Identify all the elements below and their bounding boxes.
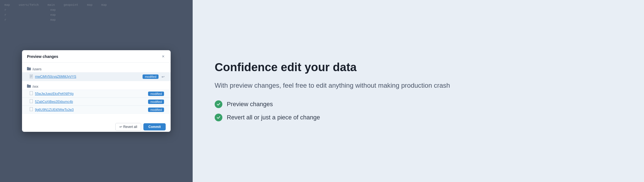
file-icon	[30, 107, 33, 112]
modified-badge: modified	[148, 108, 164, 112]
modal-body: /users mwCiMV50cyqZ6MMJyVYS	[22, 63, 171, 120]
commit-button[interactable]: Commit	[143, 123, 166, 130]
feature-list: Preview changes Revert all or just a pie…	[215, 100, 622, 121]
file-icon	[30, 99, 33, 104]
svg-rect-8	[30, 91, 33, 95]
modal-overlay: Preview changes × /users	[0, 0, 193, 182]
file-group-users: /users mwCiMV50cyqZ6MMJyVYS	[22, 66, 171, 81]
file-link[interactable]: 5ZabCqXiBep2Ekbumc4b	[35, 100, 148, 104]
group-header-users: /users	[22, 66, 171, 72]
file-row: mwCiMV50cyqZ6MMJyVYS modified ↩	[22, 72, 171, 81]
modified-badge: modified	[148, 92, 164, 96]
file-icon	[30, 91, 33, 96]
check-icon-2	[215, 114, 222, 121]
folder-icon	[27, 67, 31, 71]
file-link[interactable]: 9g6U9N1ZUEii0WwToJw3	[35, 108, 148, 112]
check-icon-1	[215, 100, 222, 108]
file-icon	[30, 74, 33, 79]
left-panel: mapusers/fetchmaingeopointmapmap reap re…	[0, 0, 193, 182]
page-heading: Confidence edit your data	[215, 61, 622, 74]
page-subtitle: With preview changes, feel free to edit …	[215, 81, 622, 90]
group-label-xxx: /xxx	[32, 85, 38, 89]
file-link[interactable]: mwCiMV50cyqZ6MMJyVYS	[35, 75, 143, 79]
modified-badge: modified	[143, 74, 159, 79]
file-row: 5ZabCqXiBep2Ekbumc4b modified	[22, 98, 171, 106]
file-row: 9g6U9N1ZUEii0WwToJw3 modified	[22, 106, 171, 114]
svg-rect-9	[30, 99, 33, 103]
close-button[interactable]: ×	[161, 54, 166, 59]
revert-all-button[interactable]: ↩ Revert all	[115, 123, 141, 131]
modal-header: Preview changes ×	[22, 50, 171, 63]
file-link[interactable]: 55wJwJuwzEkxPeKNIP4g	[35, 92, 148, 96]
modal-title: Preview changes	[27, 54, 58, 59]
file-row: 55wJwJuwzEkxPeKNIP4g modified	[22, 90, 171, 98]
revert-row-button[interactable]: ↩	[160, 74, 166, 79]
folder-icon-2	[27, 84, 31, 89]
file-group-xxx: /xxx 55wJwJuwzEkxPeKNIP4g modified	[22, 83, 171, 114]
svg-rect-7	[27, 84, 29, 85]
svg-rect-10	[30, 107, 33, 111]
feature-item-2: Revert all or just a piece of change	[215, 114, 622, 121]
svg-rect-1	[27, 67, 29, 68]
group-header-xxx: /xxx	[22, 83, 171, 90]
preview-changes-modal: Preview changes × /users	[22, 50, 171, 132]
feature-text-1: Preview changes	[227, 101, 273, 108]
feature-item-1: Preview changes	[215, 100, 622, 108]
modal-footer: ↩ Revert all Commit	[22, 120, 171, 132]
feature-text-2: Revert all or just a piece of change	[227, 114, 320, 121]
group-label-users: /users	[32, 67, 42, 71]
modified-badge: modified	[148, 100, 164, 104]
right-panel: Confidence edit your data With preview c…	[193, 0, 644, 182]
